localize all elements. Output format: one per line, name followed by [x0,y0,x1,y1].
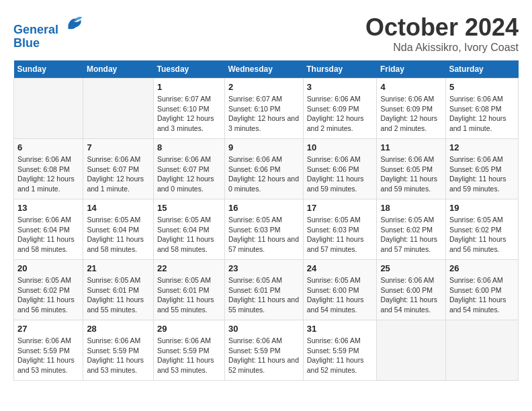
day-info: Sunrise: 6:05 AMSunset: 6:02 PMDaylight:… [449,215,515,255]
calendar-cell: 24Sunrise: 6:05 AMSunset: 6:00 PMDayligh… [303,260,377,320]
day-number: 25 [380,263,442,273]
calendar-cell: 4Sunrise: 6:06 AMSunset: 6:09 PMDaylight… [377,79,446,139]
day-number: 9 [228,142,300,152]
header-tuesday: Tuesday [153,60,224,79]
calendar-cell: 16Sunrise: 6:05 AMSunset: 6:03 PMDayligh… [224,199,303,260]
day-info: Sunrise: 6:06 AMSunset: 6:06 PMDaylight:… [228,154,300,194]
day-number: 2 [228,82,300,92]
calendar-cell: 8Sunrise: 6:06 AMSunset: 6:07 PMDaylight… [153,139,224,199]
day-number: 15 [157,203,221,213]
day-number: 7 [87,142,150,152]
calendar-cell: 22Sunrise: 6:05 AMSunset: 6:01 PMDayligh… [153,260,224,320]
header-monday: Monday [83,60,154,79]
calendar-cell: 11Sunrise: 6:06 AMSunset: 6:05 PMDayligh… [377,139,446,199]
calendar-cell: 25Sunrise: 6:06 AMSunset: 6:00 PMDayligh… [377,260,446,320]
day-info: Sunrise: 6:05 AMSunset: 6:01 PMDaylight:… [157,275,221,315]
day-number: 11 [380,142,442,152]
day-info: Sunrise: 6:05 AMSunset: 6:03 PMDaylight:… [307,215,373,255]
logo-blue: Blue [13,37,83,50]
calendar-cell: 12Sunrise: 6:06 AMSunset: 6:05 PMDayligh… [445,139,518,199]
day-info: Sunrise: 6:06 AMSunset: 5:59 PMDaylight:… [87,336,150,375]
calendar-cell: 10Sunrise: 6:06 AMSunset: 6:06 PMDayligh… [303,139,377,199]
calendar-cell: 19Sunrise: 6:05 AMSunset: 6:02 PMDayligh… [445,199,518,260]
day-number: 14 [87,203,150,213]
logo-bird-icon [63,13,83,34]
calendar-cell: 17Sunrise: 6:05 AMSunset: 6:03 PMDayligh… [303,199,377,260]
day-number: 10 [307,142,373,152]
calendar-table: SundayMondayTuesdayWednesdayThursdayFrid… [13,60,519,381]
calendar-cell: 7Sunrise: 6:06 AMSunset: 6:07 PMDaylight… [83,139,154,199]
day-info: Sunrise: 6:06 AMSunset: 5:59 PMDaylight:… [157,336,221,375]
day-info: Sunrise: 6:05 AMSunset: 6:02 PMDaylight:… [380,215,442,255]
day-info: Sunrise: 6:06 AMSunset: 6:07 PMDaylight:… [157,154,221,194]
calendar-cell: 21Sunrise: 6:05 AMSunset: 6:01 PMDayligh… [83,260,154,320]
calendar-cell: 29Sunrise: 6:06 AMSunset: 5:59 PMDayligh… [153,320,224,381]
week-row-2: 6Sunrise: 6:06 AMSunset: 6:08 PMDaylight… [14,139,519,199]
day-info: Sunrise: 6:06 AMSunset: 5:59 PMDaylight:… [307,336,373,375]
day-number: 6 [17,142,79,152]
day-number: 23 [228,263,300,273]
day-number: 17 [307,203,373,213]
day-number: 4 [380,82,442,92]
day-info: Sunrise: 6:07 AMSunset: 6:10 PMDaylight:… [228,94,300,134]
calendar-cell: 20Sunrise: 6:05 AMSunset: 6:02 PMDayligh… [14,260,83,320]
day-number: 28 [87,324,150,334]
calendar-cell: 1Sunrise: 6:07 AMSunset: 6:10 PMDaylight… [153,79,224,139]
day-info: Sunrise: 6:05 AMSunset: 6:01 PMDaylight:… [87,275,150,315]
calendar-cell: 15Sunrise: 6:05 AMSunset: 6:04 PMDayligh… [153,199,224,260]
day-number: 1 [157,82,221,92]
day-number: 31 [307,324,373,334]
day-number: 12 [449,142,515,152]
calendar-cell: 2Sunrise: 6:07 AMSunset: 6:10 PMDaylight… [224,79,303,139]
logo-text: General [13,13,83,37]
calendar-cell: 23Sunrise: 6:05 AMSunset: 6:01 PMDayligh… [224,260,303,320]
calendar-body: 1Sunrise: 6:07 AMSunset: 6:10 PMDaylight… [14,79,519,381]
day-info: Sunrise: 6:05 AMSunset: 6:02 PMDaylight:… [17,275,79,315]
day-info: Sunrise: 6:05 AMSunset: 6:01 PMDaylight:… [228,275,300,315]
subtitle: Nda Akissikro, Ivory Coast [365,42,519,54]
day-number: 20 [17,263,79,273]
day-number: 19 [449,203,515,213]
logo-general: General [13,23,58,36]
header-wednesday: Wednesday [224,60,303,79]
day-number: 26 [449,263,515,273]
day-info: Sunrise: 6:06 AMSunset: 6:08 PMDaylight:… [17,154,79,194]
week-row-4: 20Sunrise: 6:05 AMSunset: 6:02 PMDayligh… [14,260,519,320]
day-info: Sunrise: 6:05 AMSunset: 6:04 PMDaylight:… [87,215,150,255]
calendar-cell: 26Sunrise: 6:06 AMSunset: 6:00 PMDayligh… [445,260,518,320]
day-number: 21 [87,263,150,273]
calendar-cell: 30Sunrise: 6:06 AMSunset: 5:59 PMDayligh… [224,320,303,381]
day-number: 30 [228,324,300,334]
day-info: Sunrise: 6:06 AMSunset: 6:09 PMDaylight:… [307,94,373,134]
day-info: Sunrise: 6:06 AMSunset: 6:04 PMDaylight:… [17,215,79,255]
day-info: Sunrise: 6:05 AMSunset: 6:04 PMDaylight:… [157,215,221,255]
logo: General Blue [13,13,83,50]
calendar-cell: 6Sunrise: 6:06 AMSunset: 6:08 PMDaylight… [14,139,83,199]
header-thursday: Thursday [303,60,377,79]
day-info: Sunrise: 6:06 AMSunset: 6:00 PMDaylight:… [449,275,515,315]
day-info: Sunrise: 6:06 AMSunset: 6:08 PMDaylight:… [449,94,515,134]
calendar-cell [445,320,518,381]
calendar-cell [377,320,446,381]
day-info: Sunrise: 6:06 AMSunset: 6:05 PMDaylight:… [380,154,442,194]
header-saturday: Saturday [445,60,518,79]
calendar-cell: 18Sunrise: 6:05 AMSunset: 6:02 PMDayligh… [377,199,446,260]
calendar-cell: 9Sunrise: 6:06 AMSunset: 6:06 PMDaylight… [224,139,303,199]
day-number: 22 [157,263,221,273]
header: General Blue October 2024 Nda Akissikro,… [13,13,519,54]
day-number: 8 [157,142,221,152]
day-number: 24 [307,263,373,273]
day-info: Sunrise: 6:06 AMSunset: 6:00 PMDaylight:… [380,275,442,315]
day-info: Sunrise: 6:06 AMSunset: 6:06 PMDaylight:… [307,154,373,194]
day-info: Sunrise: 6:07 AMSunset: 6:10 PMDaylight:… [157,94,221,134]
calendar-cell [83,79,154,139]
day-info: Sunrise: 6:06 AMSunset: 6:09 PMDaylight:… [380,94,442,134]
header-row: SundayMondayTuesdayWednesdayThursdayFrid… [14,60,519,79]
header-sunday: Sunday [14,60,83,79]
day-info: Sunrise: 6:06 AMSunset: 5:59 PMDaylight:… [17,336,79,375]
week-row-1: 1Sunrise: 6:07 AMSunset: 6:10 PMDaylight… [14,79,519,139]
day-info: Sunrise: 6:05 AMSunset: 6:00 PMDaylight:… [307,275,373,315]
header-friday: Friday [377,60,446,79]
day-info: Sunrise: 6:06 AMSunset: 6:07 PMDaylight:… [87,154,150,194]
main-title: October 2024 [365,13,519,42]
